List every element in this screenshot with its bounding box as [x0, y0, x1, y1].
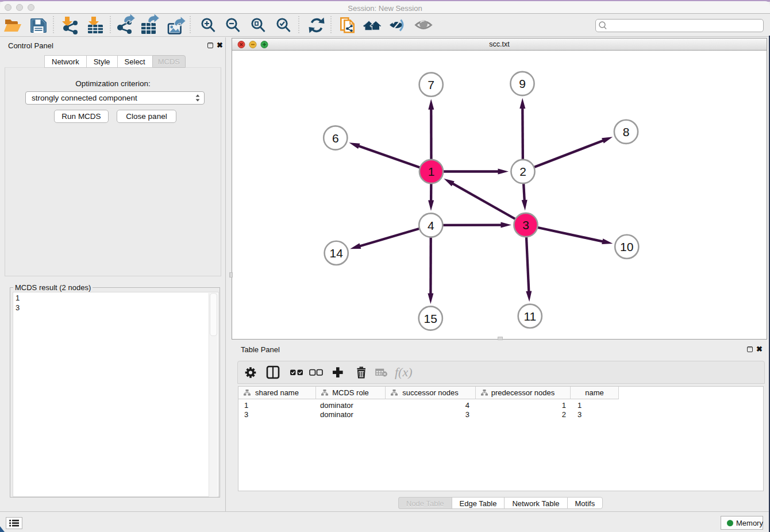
svg-text:3: 3: [522, 218, 529, 232]
svg-text:7: 7: [428, 78, 434, 91]
svg-text:f(x): f(x): [395, 365, 413, 379]
svg-text:2: 2: [519, 165, 526, 178]
svg-text:15: 15: [424, 312, 437, 325]
svg-text:9: 9: [519, 77, 526, 90]
svg-text:14: 14: [330, 246, 344, 260]
svg-text:4: 4: [428, 219, 434, 232]
svg-text:6: 6: [332, 132, 339, 145]
svg-text:11: 11: [523, 310, 536, 323]
svg-text:10: 10: [620, 240, 633, 253]
svg-text:1: 1: [428, 165, 435, 178]
svg-text:8: 8: [623, 125, 630, 138]
